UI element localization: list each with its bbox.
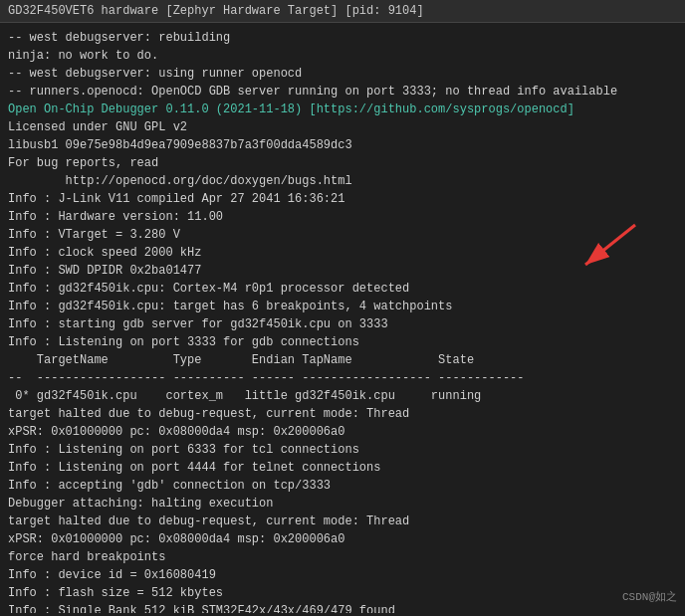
terminal-line: Info : device id = 0x16080419: [8, 566, 677, 584]
terminal-line: Info : starting gdb server for gd32f450i…: [8, 315, 677, 333]
title-text: GD32F450VET6 hardware [Zephyr Hardware T…: [8, 4, 424, 18]
terminal-line: Info : Listening on port 6333 for tcl co…: [8, 441, 677, 459]
terminal-output[interactable]: -- west debugserver: rebuildingninja: no…: [0, 23, 685, 613]
terminal-line: -- west debugserver: using runner openoc…: [8, 65, 677, 83]
terminal-line: http://openocd.org/doc/doxygen/bugs.html: [8, 172, 677, 190]
terminal-line: Info : accepting 'gdb' connection on tcp…: [8, 477, 677, 495]
terminal-line: ninja: no work to do.: [8, 47, 677, 65]
terminal-line: -- ------------------ ---------- ------ …: [8, 369, 677, 387]
terminal-line: For bug reports, read: [8, 154, 677, 172]
terminal-line: Info : flash size = 512 kbytes: [8, 584, 677, 602]
terminal-line: force hard breakpoints: [8, 548, 677, 566]
terminal-line: Licensed under GNU GPL v2: [8, 118, 677, 136]
terminal-line: Info : Single Bank 512 kiB STM32F42x/43x…: [8, 602, 677, 613]
terminal-line: Debugger attaching: halting execution: [8, 495, 677, 513]
terminal-line: -- west debugserver: rebuilding: [8, 29, 677, 47]
terminal-line: Info : gd32f450ik.cpu: Cortex-M4 r0p1 pr…: [8, 280, 677, 298]
terminal-line: Info : clock speed 2000 kHz: [8, 244, 677, 262]
title-bar: GD32F450VET6 hardware [Zephyr Hardware T…: [0, 0, 685, 23]
terminal-line: -- runners.openocd: OpenOCD GDB server r…: [8, 83, 677, 101]
terminal-line: Info : J-Link V11 compiled Apr 27 2041 1…: [8, 190, 677, 208]
terminal-line: Open On-Chip Debugger 0.11.0 (2021-11-18…: [8, 101, 677, 118]
watermark: CSDN@如之: [622, 589, 677, 606]
terminal-line: TargetName Type Endian TapName State: [8, 351, 677, 369]
terminal-line: Info : Hardware version: 11.00: [8, 208, 677, 226]
terminal-line: target halted due to debug-request, curr…: [8, 405, 677, 423]
terminal-line: xPSR: 0x01000000 pc: 0x08000da4 msp: 0x2…: [8, 423, 677, 441]
terminal-line: xPSR: 0x01000000 pc: 0x08000da4 msp: 0x2…: [8, 530, 677, 548]
terminal-line: Info : SWD DPIDR 0x2ba01477: [8, 262, 677, 280]
terminal-line: target halted due to debug-request, curr…: [8, 513, 677, 530]
terminal-line: Info : Listening on port 3333 for gdb co…: [8, 333, 677, 351]
terminal-line: Info : VTarget = 3.280 V: [8, 226, 677, 244]
terminal-line: Info : Listening on port 4444 for telnet…: [8, 459, 677, 477]
terminal-line: Info : gd32f450ik.cpu: target has 6 brea…: [8, 298, 677, 315]
terminal-line: 0* gd32f450ik.cpu cortex_m little gd32f4…: [8, 387, 677, 405]
terminal-line: libusb1 09e75e98b4d9ea7909e8837b7a3f00dd…: [8, 136, 677, 154]
